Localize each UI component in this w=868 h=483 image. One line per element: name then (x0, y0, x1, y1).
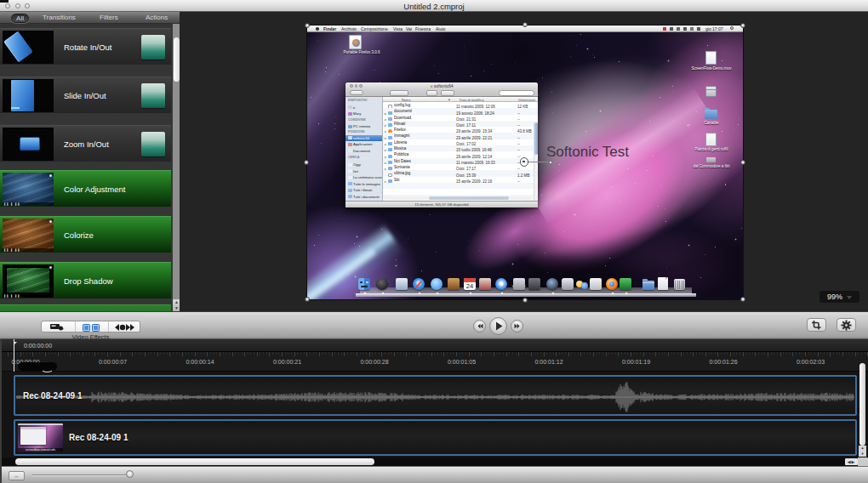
svg-text:”: ” (62, 327, 64, 332)
